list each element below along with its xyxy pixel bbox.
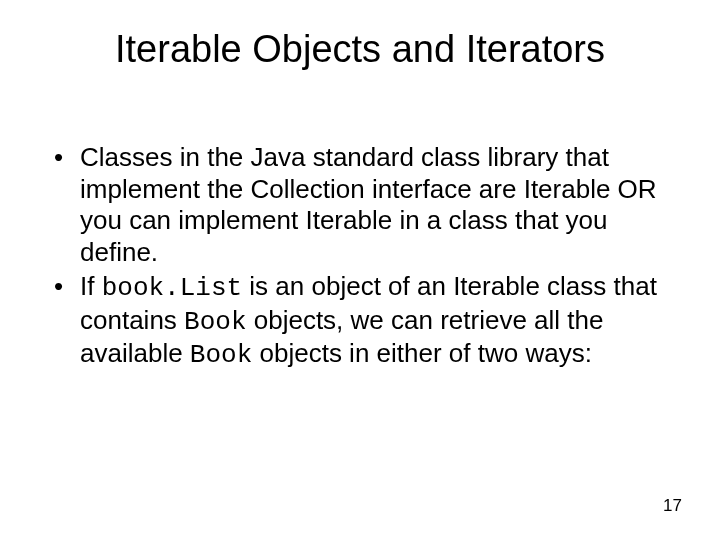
page-number: 17 xyxy=(663,496,682,516)
bullet-2-part-4: objects in either of two ways: xyxy=(252,338,592,368)
slide-body: Classes in the Java standard class libra… xyxy=(50,142,670,374)
slide-title: Iterable Objects and Iterators xyxy=(0,28,720,71)
code-booklist: book.List xyxy=(102,273,242,303)
bullet-2-part-1: If xyxy=(80,271,102,301)
bullet-1-text: Classes in the Java standard class libra… xyxy=(80,142,657,267)
slide: Iterable Objects and Iterators Classes i… xyxy=(0,0,720,540)
code-book-2: Book xyxy=(190,340,252,370)
bullet-item-1: Classes in the Java standard class libra… xyxy=(50,142,670,269)
bullet-item-2: If book.List is an object of an Iterable… xyxy=(50,271,670,372)
bullet-list: Classes in the Java standard class libra… xyxy=(50,142,670,372)
code-book-1: Book xyxy=(184,307,246,337)
